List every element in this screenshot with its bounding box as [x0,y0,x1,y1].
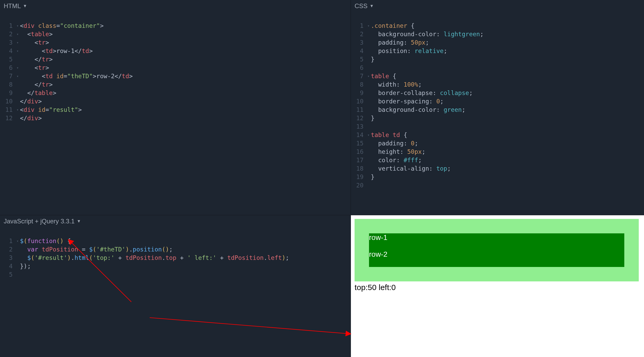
chevron-down-icon: ▼ [77,219,81,224]
css-code[interactable]: .container { background-color: lightgree… [371,22,484,190]
js-code[interactable]: $(function() { var tdPosition = $('#theT… [20,237,289,279]
html-gutter: 123456789101112 [3,22,15,122]
js-gutter: 12345 [3,237,15,279]
css-pane-header[interactable]: CSS ▼ [351,0,644,12]
js-pane: JavaScript + jQuery 3.3.1 ▼ 12345 ▾ $(fu… [0,215,351,357]
css-pane-title: CSS [355,2,367,10]
css-fold: ▾▾▾ [366,22,371,190]
chevron-down-icon: ▼ [23,4,27,8]
js-fold: ▾ [15,237,20,279]
html-editor[interactable]: 123456789101112 ▾▾▾▾▾▾▾ <div class="cont… [0,12,351,122]
html-pane: HTML ▼ 123456789101112 ▾▾▾▾▾▾▾ <div clas… [0,0,351,215]
css-gutter: 1234567891011121314151617181920 [354,22,366,190]
fiddle-grid: HTML ▼ 123456789101112 ▾▾▾▾▾▾▾ <div clas… [0,0,644,357]
html-fold: ▾▾▾▾▾▾▾ [15,22,20,122]
preview: row-1 row-2 top:50 left:0 [351,215,644,296]
js-pane-title: JavaScript + jQuery 3.3.1 [4,218,75,225]
preview-table: row-1 row-2 [369,233,624,267]
js-pane-header[interactable]: JavaScript + jQuery 3.3.1 ▼ [0,215,351,227]
html-pane-header[interactable]: HTML ▼ [0,0,351,12]
preview-result: top:50 left:0 [355,283,639,292]
output-pane: row-1 row-2 top:50 left:0 [351,215,644,357]
html-pane-title: HTML [4,2,21,10]
preview-row-2: row-2 [369,250,624,267]
css-pane: CSS ▼ 1234567891011121314151617181920 ▾▾… [351,0,644,215]
css-editor[interactable]: 1234567891011121314151617181920 ▾▾▾ .con… [351,12,644,190]
js-editor[interactable]: 12345 ▾ $(function() { var tdPosition = … [0,227,351,279]
preview-container: row-1 row-2 [355,219,639,281]
chevron-down-icon: ▼ [370,4,374,8]
preview-row-1: row-1 [369,233,624,250]
html-code[interactable]: <div class="container"> <table> <tr> <td… [20,22,133,122]
